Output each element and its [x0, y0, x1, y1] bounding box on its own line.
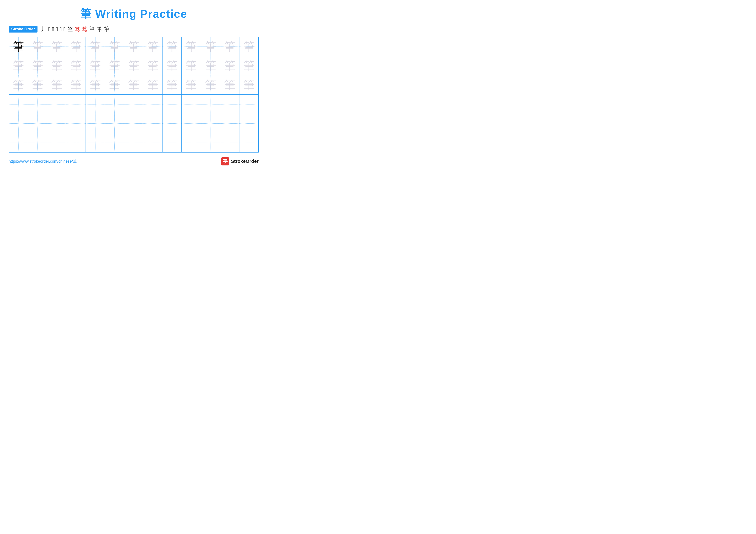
footer-url: https://www.strokeorder.com/chinese/筆: [9, 159, 77, 164]
grid-cell[interactable]: 筆: [143, 37, 162, 56]
grid-cell[interactable]: 筆: [201, 56, 220, 75]
grid-cell[interactable]: 筆: [105, 56, 124, 75]
grid-cell[interactable]: 筆: [47, 114, 67, 133]
stroke-step-8: 笃: [74, 25, 80, 33]
grid-cell[interactable]: 筆: [239, 114, 258, 133]
logo-text: StrokeOrder: [231, 159, 258, 164]
grid-cell[interactable]: 筆: [28, 37, 47, 56]
stroke-step-1: 丿: [41, 25, 46, 33]
grid-cell[interactable]: 筆: [220, 133, 239, 152]
grid-cell[interactable]: 筆: [105, 114, 124, 133]
grid-cell[interactable]: 筆: [67, 37, 86, 56]
grid-cell[interactable]: 筆: [143, 114, 162, 133]
stroke-order-badge: Stroke Order: [9, 26, 38, 33]
grid-cell[interactable]: 筆: [239, 37, 258, 56]
grid-cell[interactable]: 筆: [239, 56, 258, 75]
grid-row: 筆筆筆筆筆筆筆筆筆筆筆筆筆: [9, 56, 258, 75]
grid-cell[interactable]: 筆: [67, 56, 86, 75]
grid-cell[interactable]: 筆: [86, 94, 105, 114]
grid-row: 筆筆筆筆筆筆筆筆筆筆筆筆筆: [9, 114, 258, 133]
grid-cell[interactable]: 筆: [182, 56, 201, 75]
stroke-step-12: 筆: [104, 25, 109, 33]
stroke-step-2: 𠂆: [48, 26, 50, 33]
grid-cell[interactable]: 筆: [162, 114, 182, 133]
grid-cell[interactable]: 筆: [67, 114, 86, 133]
grid-cell[interactable]: 筆: [162, 75, 182, 94]
grid-cell[interactable]: 筆: [47, 56, 67, 75]
grid-cell[interactable]: 筆: [239, 133, 258, 152]
grid-cell[interactable]: 筆: [105, 75, 124, 94]
grid-cell[interactable]: 筆: [28, 56, 47, 75]
grid-cell[interactable]: 筆: [105, 133, 124, 152]
stroke-step-11: 筆: [96, 25, 102, 33]
grid-cell[interactable]: 筆: [162, 37, 182, 56]
grid-cell[interactable]: 筆: [86, 133, 105, 152]
grid-row: 筆筆筆筆筆筆筆筆筆筆筆筆筆: [9, 75, 258, 94]
grid-cell[interactable]: 筆: [86, 37, 105, 56]
grid-cell[interactable]: 筆: [182, 133, 201, 152]
grid-cell[interactable]: 筆: [124, 133, 143, 152]
grid-cell[interactable]: 筆: [182, 75, 201, 94]
grid-cell[interactable]: 筆: [47, 94, 67, 114]
grid-cell[interactable]: 筆: [201, 37, 220, 56]
grid-cell[interactable]: 筆: [143, 133, 162, 152]
grid-cell[interactable]: 筆: [105, 37, 124, 56]
grid-cell[interactable]: 筆: [182, 94, 201, 114]
grid-cell[interactable]: 筆: [220, 56, 239, 75]
grid-cell[interactable]: 筆: [162, 133, 182, 152]
grid-cell[interactable]: 筆: [9, 75, 28, 94]
grid-cell[interactable]: 筆: [162, 56, 182, 75]
grid-cell[interactable]: 筆: [182, 114, 201, 133]
grid-cell[interactable]: 筆: [67, 94, 86, 114]
grid-row: 筆筆筆筆筆筆筆筆筆筆筆筆筆: [9, 94, 258, 114]
grid-cell[interactable]: 筆: [182, 37, 201, 56]
grid-cell[interactable]: 筆: [47, 37, 67, 56]
grid-cell[interactable]: 筆: [162, 94, 182, 114]
grid-cell[interactable]: 筆: [47, 133, 67, 152]
grid-cell[interactable]: 筆: [124, 75, 143, 94]
grid-cell[interactable]: 筆: [9, 37, 28, 56]
grid-cell[interactable]: 筆: [47, 75, 67, 94]
grid-cell[interactable]: 筆: [28, 94, 47, 114]
grid-cell[interactable]: 筆: [124, 37, 143, 56]
grid-cell[interactable]: 筆: [9, 114, 28, 133]
grid-cell[interactable]: 筆: [105, 94, 124, 114]
stroke-step-5: 𠂹: [60, 26, 62, 33]
grid-cell[interactable]: 筆: [67, 133, 86, 152]
grid-cell[interactable]: 筆: [28, 114, 47, 133]
grid-cell[interactable]: 筆: [201, 114, 220, 133]
logo-icon: 字: [221, 157, 229, 165]
grid-cell[interactable]: 筆: [143, 75, 162, 94]
grid-cell[interactable]: 筆: [220, 37, 239, 56]
grid-cell[interactable]: 筆: [86, 56, 105, 75]
grid-cell[interactable]: 筆: [220, 114, 239, 133]
grid-cell[interactable]: 筆: [9, 94, 28, 114]
grid-cell[interactable]: 筆: [9, 56, 28, 75]
grid-cell[interactable]: 筆: [86, 75, 105, 94]
grid-cell[interactable]: 筆: [201, 75, 220, 94]
grid-cell[interactable]: 筆: [143, 56, 162, 75]
grid-row: 筆筆筆筆筆筆筆筆筆筆筆筆筆: [9, 133, 258, 152]
grid-cell[interactable]: 筆: [124, 94, 143, 114]
grid-cell[interactable]: 筆: [143, 94, 162, 114]
grid-cell[interactable]: 筆: [124, 56, 143, 75]
stroke-step-7: 竺: [67, 25, 73, 33]
grid-cell[interactable]: 筆: [28, 75, 47, 94]
grid-cell[interactable]: 筆: [239, 75, 258, 94]
grid-cell[interactable]: 筆: [220, 94, 239, 114]
practice-grid: 筆筆筆筆筆筆筆筆筆筆筆筆筆筆筆筆筆筆筆筆筆筆筆筆筆筆筆筆筆筆筆筆筆筆筆筆筆筆筆筆…: [9, 37, 258, 153]
grid-cell[interactable]: 筆: [201, 94, 220, 114]
title-char: 筆: [80, 8, 92, 20]
grid-cell[interactable]: 筆: [9, 133, 28, 152]
grid-cell[interactable]: 筆: [239, 94, 258, 114]
grid-cell[interactable]: 筆: [124, 114, 143, 133]
grid-cell[interactable]: 筆: [67, 75, 86, 94]
grid-cell[interactable]: 筆: [28, 133, 47, 152]
grid-cell[interactable]: 筆: [220, 75, 239, 94]
page-title: 筆 Writing Practice: [9, 7, 258, 21]
grid-row: 筆筆筆筆筆筆筆筆筆筆筆筆筆: [9, 37, 258, 56]
footer-logo: 字 StrokeOrder: [221, 157, 258, 165]
grid-cell[interactable]: 筆: [201, 133, 220, 152]
stroke-step-3: 𠃌: [52, 26, 54, 33]
grid-cell[interactable]: 筆: [86, 114, 105, 133]
